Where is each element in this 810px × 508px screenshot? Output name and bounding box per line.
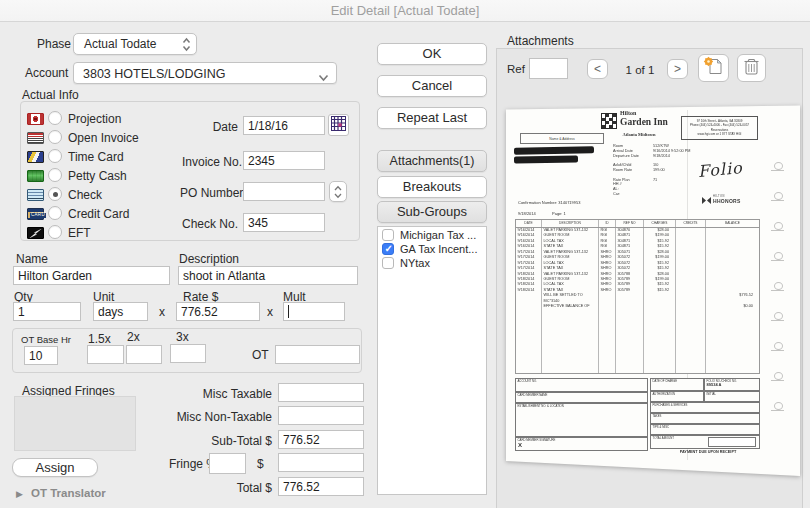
tax-label-ny: NYtax xyxy=(400,257,430,269)
edit-detail-window: Edit Detail [Actual Todate] Phase Actual… xyxy=(0,0,810,508)
breakouts-button[interactable]: Breakouts xyxy=(377,176,487,198)
cc-signature: CARD MEMBER SIGNATURE xyxy=(515,437,648,451)
credit-card-icon xyxy=(27,208,44,220)
fringe-dollar-label: $ xyxy=(257,457,264,471)
payment-radio-time-card[interactable] xyxy=(48,149,62,163)
hotel-location: Atlanta Midtown xyxy=(604,132,674,137)
fringe-dollar-input[interactable] xyxy=(278,453,364,472)
ot-input[interactable] xyxy=(275,345,360,364)
attachments-panel-title: Attachments xyxy=(507,34,574,48)
brand-logo-icon xyxy=(770,402,786,412)
cc-authorization: AUTHORIZATION xyxy=(650,391,704,402)
delete-attachment-button[interactable] xyxy=(737,54,766,82)
cc-folio-check-value: 89534 A xyxy=(707,382,722,387)
cancel-button[interactable]: Cancel xyxy=(377,75,487,97)
attachment-preview[interactable]: Name & Address Hilton Garden Inn Atlanta… xyxy=(506,104,800,476)
account-label: Account xyxy=(25,66,68,80)
mult-input[interactable] xyxy=(283,302,345,321)
projection-icon xyxy=(27,113,44,125)
payment-radio-petty-cash[interactable] xyxy=(48,168,62,182)
hotel-name-line1: Hilton xyxy=(620,111,636,116)
description-label: Description xyxy=(179,252,239,266)
rate-input[interactable] xyxy=(176,302,260,321)
hotel-address-line: www.hgi.com or 1 877 STAY HGI xyxy=(682,132,757,136)
payment-label-credit-card: Credit Card xyxy=(68,207,129,221)
sub-total-input[interactable] xyxy=(278,430,364,449)
assign-button[interactable]: Assign xyxy=(12,458,98,477)
ot-2x-input[interactable] xyxy=(126,345,162,364)
check-no-input[interactable] xyxy=(243,213,325,232)
times-sign-2: x xyxy=(267,305,273,319)
cc-taxes: TAXES xyxy=(650,413,760,424)
calendar-icon xyxy=(331,116,346,135)
payment-label-eft: EFT xyxy=(68,226,91,240)
cc-folio-check-no: FOLIO NO./CHECK NO. 89534 A xyxy=(704,378,760,391)
folio-table-header: DATEDESCRIPTION IDREF NO CHARGESCREDITS … xyxy=(516,220,759,228)
account-combo[interactable]: 3803 HOTELS/LODGING xyxy=(73,62,337,84)
invoice-page: Page: 1 xyxy=(552,211,566,216)
attachment-position: 1 of 1 xyxy=(618,64,662,76)
unit-input[interactable] xyxy=(93,302,148,321)
description-input[interactable] xyxy=(178,266,358,285)
cc-establishment: ESTABLISHMENT NO. & LOCATION xyxy=(515,403,648,437)
ref-input[interactable] xyxy=(529,58,568,79)
total-input[interactable] xyxy=(278,477,364,496)
prev-attachment-button[interactable]: < xyxy=(587,59,608,79)
brand-logo-icon xyxy=(770,312,786,322)
misc-non-taxable-input[interactable] xyxy=(278,406,364,425)
payment-radio-open-invoice[interactable] xyxy=(48,130,62,144)
ok-button[interactable]: OK xyxy=(377,43,487,65)
redaction-bar xyxy=(514,146,594,154)
redaction-bar xyxy=(514,155,578,163)
name-label: Name xyxy=(16,252,48,266)
tax-checkbox-michigan[interactable] xyxy=(382,229,394,241)
phase-popup[interactable]: Actual Todate xyxy=(73,33,197,55)
times-sign-1: x xyxy=(159,305,165,319)
ot-base-label: OT Base Hr xyxy=(21,334,71,345)
date-input[interactable] xyxy=(243,116,325,135)
fringe-pct-input[interactable] xyxy=(209,453,246,474)
tax-label-ga: GA Tax Incent... xyxy=(400,243,477,255)
assigned-fringes-box[interactable] xyxy=(14,396,136,451)
cc-initial: INITIAL xyxy=(704,391,760,402)
text-caret xyxy=(288,305,289,318)
brand-logo-icon xyxy=(770,342,786,352)
next-attachment-button[interactable]: > xyxy=(667,59,688,79)
new-attachment-button[interactable] xyxy=(698,54,729,82)
po-number-input[interactable] xyxy=(243,182,325,201)
brand-logo-icon xyxy=(770,222,786,232)
tax-checkbox-ny[interactable] xyxy=(382,257,394,269)
ot-15x-input[interactable] xyxy=(87,345,124,364)
brand-logo-icon xyxy=(770,372,786,382)
popup-stepper-icon xyxy=(182,37,191,55)
date-label: Date xyxy=(182,120,238,134)
payment-radio-credit-card[interactable] xyxy=(48,206,62,220)
qty-input[interactable] xyxy=(13,302,81,321)
ot-translator-label[interactable]: OT Translator xyxy=(31,487,106,499)
payment-radio-projection[interactable] xyxy=(48,111,62,125)
misc-taxable-input[interactable] xyxy=(278,383,364,402)
payment-radio-eft[interactable] xyxy=(48,225,62,239)
cc-payment-due: PAYMENT DUE UPON RECEIPT xyxy=(656,450,760,455)
folio-script: Folio xyxy=(697,158,743,181)
cc-purchases: PURCHASES & SERVICES xyxy=(650,402,760,413)
attachments-button[interactable]: Attachments(1) xyxy=(377,150,487,172)
sub-groups-button[interactable]: Sub-Groups xyxy=(377,201,487,223)
po-stepper[interactable] xyxy=(329,181,347,202)
invoice-no-input[interactable] xyxy=(243,151,325,170)
calendar-button[interactable] xyxy=(328,114,349,136)
po-number-label: PO Number xyxy=(180,186,238,200)
phase-value: Actual Todate xyxy=(84,37,157,51)
ot-3x-input[interactable] xyxy=(170,344,206,363)
invoice-name-address-box: Name & Address xyxy=(520,133,604,144)
petty-cash-icon xyxy=(27,170,44,182)
cc-date-of-charge: DATE OF CHARGE xyxy=(650,378,704,391)
disclosure-triangle-icon[interactable]: ▶ xyxy=(16,489,23,499)
payment-radio-check[interactable] xyxy=(48,187,62,201)
payment-label-projection: Projection xyxy=(68,112,121,126)
window-title: Edit Detail [Actual Todate] xyxy=(0,0,810,21)
ot-base-input[interactable] xyxy=(24,346,58,365)
tax-checkbox-ga[interactable] xyxy=(382,243,394,255)
repeat-last-button[interactable]: Repeat Last xyxy=(377,107,487,129)
name-input[interactable] xyxy=(13,266,170,285)
